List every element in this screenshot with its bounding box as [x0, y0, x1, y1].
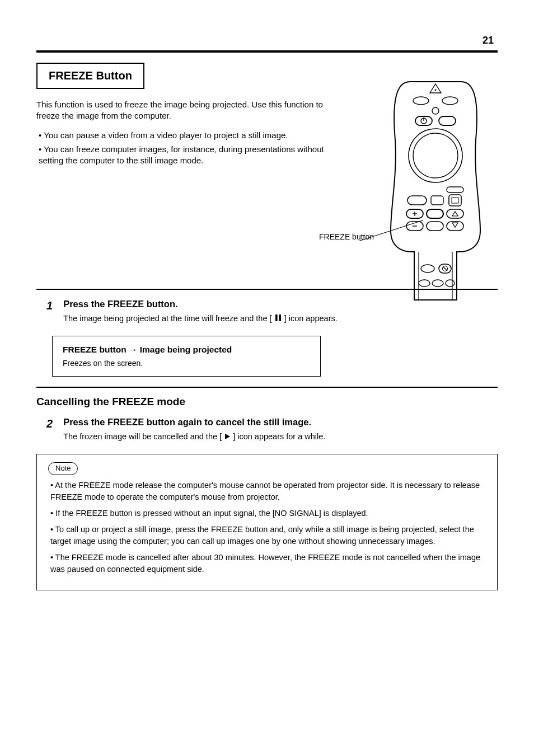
remote-freeze-label: FREEZE button [319, 232, 374, 241]
pause-icon [274, 313, 282, 325]
freeze-flow-box: FREEZE button → Image being projected Fr… [52, 336, 321, 376]
svg-rect-12 [431, 196, 443, 205]
svg-point-8 [409, 129, 462, 182]
text-fragment: ] icon appears for a while. [233, 432, 325, 441]
play-icon [224, 431, 231, 443]
note-item: At the FREEZE mode release the computer'… [50, 480, 486, 503]
divider-top [36, 50, 498, 53]
bullet-item: You can pause a video from a video playe… [39, 130, 341, 141]
note-item: To call up or project a still image, pre… [50, 524, 486, 547]
svg-rect-36 [279, 314, 281, 321]
feature-bullet-list: You can pause a video from a video playe… [39, 130, 341, 166]
step-main-text: Press the FREEZE button again to cancel … [63, 416, 325, 429]
svg-rect-14 [452, 198, 458, 203]
svg-rect-22 [427, 222, 443, 231]
svg-point-33 [432, 280, 443, 287]
svg-rect-13 [449, 195, 461, 206]
note-list: At the FREEZE mode release the computer'… [50, 480, 486, 575]
svg-rect-11 [407, 196, 427, 205]
note-box: Note At the FREEZE mode release the comp… [36, 454, 498, 590]
list-item: 2 Press the FREEZE button again to cance… [46, 416, 498, 443]
remote-svg [385, 78, 486, 302]
page-number: 21 [483, 35, 494, 46]
svg-rect-35 [275, 314, 278, 321]
svg-point-2 [442, 97, 458, 105]
cancel-heading: Cancelling the FREEZE mode [36, 396, 498, 408]
svg-point-1 [413, 97, 429, 105]
section-title-box: FREEZE Button [36, 63, 144, 89]
text-fragment: The frozen image will be cancelled and t… [63, 432, 222, 441]
svg-rect-18 [427, 209, 443, 218]
step-number: 2 [46, 416, 61, 431]
text-fragment: ] icon appears. [284, 314, 338, 323]
intro-text: This function is used to freeze the imag… [36, 99, 327, 122]
freeze-flow-line2: Freezes on the screen. [63, 358, 310, 368]
step-list-cancel: 2 Press the FREEZE button again to cance… [36, 416, 498, 443]
step-number: 1 [46, 298, 61, 313]
note-item: If the FREEZE button is pressed without … [50, 508, 486, 519]
divider-mid2 [36, 387, 498, 388]
svg-point-0 [435, 90, 437, 91]
freeze-flow-line1: FREEZE button → Image being projected [63, 344, 310, 355]
svg-point-3 [432, 107, 439, 114]
text-fragment: The image being projected at the time wi… [63, 314, 271, 323]
svg-point-34 [446, 280, 455, 287]
bullet-item: You can freeze computer images, for inst… [39, 144, 341, 166]
step-main-text: Press the FREEZE button. [63, 298, 338, 311]
svg-rect-19 [447, 209, 463, 218]
svg-point-28 [421, 265, 434, 273]
svg-point-9 [413, 133, 458, 178]
svg-rect-7 [439, 116, 456, 125]
svg-rect-10 [447, 187, 463, 192]
remote-control-illustration: FREEZE button [385, 78, 486, 308]
note-item: The FREEZE mode is cancelled after about… [50, 552, 486, 575]
step-sub-text: The image being projected at the time wi… [63, 313, 338, 325]
svg-point-32 [419, 280, 430, 287]
step-sub-text: The frozen image will be cancelled and t… [63, 431, 325, 443]
note-badge: Note [48, 462, 78, 475]
